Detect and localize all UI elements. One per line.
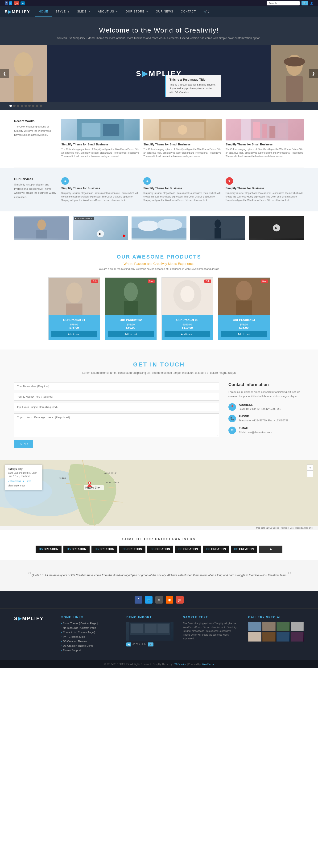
map-controls: + −: [307, 465, 313, 477]
contact-name-input[interactable]: [14, 382, 219, 390]
save-button[interactable]: ★ Save: [23, 480, 31, 483]
play-button[interactable]: ▶: [97, 230, 104, 237]
quote-open-mark: ": [27, 570, 31, 581]
footer-link-4[interactable]: PX - Creation Slide: [61, 635, 117, 639]
footer-gallery-item-8[interactable]: [291, 632, 304, 642]
partner-logo-6[interactable]: DS CREATION: [175, 546, 201, 553]
map-zoom-out[interactable]: −: [307, 471, 313, 477]
user-icon[interactable]: 👤: [310, 2, 313, 5]
map-zoom-in[interactable]: +: [307, 465, 313, 471]
twitter-icon[interactable]: t: [9, 1, 12, 5]
footer-mail-icon[interactable]: ✉: [155, 596, 163, 603]
wordpress-link[interactable]: WordPress: [202, 663, 214, 665]
partners-row: DS CREATION DS CREATION DS CREATION DS C…: [14, 546, 304, 553]
footer-twitter-icon[interactable]: 🐦: [145, 596, 153, 603]
services-text: Simplicity is super elegant and Professi…: [14, 183, 57, 199]
svg-rect-61: [157, 624, 169, 633]
hero-dot-9[interactable]: [40, 105, 42, 107]
partner-logo-4[interactable]: DS CREATION: [119, 546, 145, 553]
work-image-1: [61, 119, 139, 141]
contact-send-button[interactable]: SEND: [14, 440, 33, 448]
partner-logo-7[interactable]: DS CREATION: [203, 546, 229, 553]
footer-demo-volume[interactable]: 🔊: [148, 643, 154, 647]
add-to-cart-3[interactable]: Add to cart: [164, 331, 210, 337]
directions-button[interactable]: ↗ Directions: [8, 480, 21, 483]
hero-dot-4[interactable]: [21, 105, 23, 107]
contact-subject-input[interactable]: [14, 403, 219, 411]
play-button-2[interactable]: ▶: [273, 224, 280, 231]
service-title-2: Simplify Theme for Business: [143, 187, 222, 190]
linkedin-icon[interactable]: in: [21, 1, 25, 5]
footer-gallery-item-6[interactable]: [262, 632, 276, 642]
hero-dot-1[interactable]: [9, 105, 12, 107]
phone-label: PHONE: [239, 415, 288, 418]
hero-dot-3[interactable]: [17, 105, 19, 107]
hero-caption: This is a Test Image Title This is a Tes…: [165, 75, 221, 97]
gallery-item-3[interactable]: [131, 216, 187, 240]
nav-item-about[interactable]: ABOUT US ▼: [94, 7, 122, 17]
hero-dot-5[interactable]: [25, 105, 27, 107]
service-title-3: Simplify Theme for Business: [226, 187, 304, 190]
gallery-item-5[interactable]: ▶: [249, 216, 304, 240]
gallery-item-4[interactable]: [190, 216, 245, 240]
footer-link-1[interactable]: About Theme [ Custom Page ]: [61, 622, 117, 625]
facebook-icon[interactable]: f: [5, 1, 8, 5]
footer-link-6[interactable]: DS Creation Theme Demo: [61, 644, 117, 647]
googleplus-icon[interactable]: g+: [14, 1, 19, 5]
nav-item-slide[interactable]: SLIDE ▼: [73, 7, 94, 17]
footer-link-3[interactable]: Contact Us [ Custom Page ]: [61, 631, 117, 634]
hero-dot-7[interactable]: [32, 105, 34, 107]
hero-dot-6[interactable]: [28, 105, 31, 107]
footer-gallery-item-3[interactable]: [277, 622, 290, 631]
partner-logo-more[interactable]: ▶: [259, 546, 282, 553]
footer-sample-title: SAMPLE TEXT: [183, 616, 238, 619]
add-to-cart-2[interactable]: Add to cart: [108, 331, 154, 337]
footer-gallery-item-7[interactable]: [277, 632, 290, 642]
product-name-2: Our Product 02: [108, 318, 154, 322]
cart-icon[interactable]: 🛒 0: [200, 7, 213, 17]
footer-gallery-item-2[interactable]: [262, 622, 276, 631]
partner-logo-5[interactable]: DS CREATION: [147, 546, 173, 553]
contact-email-input[interactable]: [14, 393, 219, 401]
nav-item-news[interactable]: OUR NEWS: [152, 7, 177, 17]
search-input[interactable]: [266, 1, 299, 5]
footer-facebook-icon[interactable]: f: [135, 596, 142, 603]
footer-link-5[interactable]: DS Creation Themes: [61, 640, 117, 643]
svg-point-1: [14, 52, 33, 76]
footer-gallery-item-5[interactable]: [248, 632, 261, 642]
hero-arrow-right[interactable]: ❯: [309, 69, 318, 78]
nav-item-home[interactable]: HOME: [35, 7, 52, 17]
svg-point-56: [89, 482, 90, 484]
gallery-item-1[interactable]: [14, 216, 69, 240]
nav-item-style[interactable]: STYLE ▼: [52, 7, 73, 17]
hero-dot-2[interactable]: [13, 105, 15, 107]
footer-googleplus-icon[interactable]: g+: [176, 596, 184, 603]
partner-logo-1[interactable]: DS CREATION: [36, 546, 62, 553]
footer-link-2[interactable]: No Test Slide [ Custom Page ]: [61, 626, 117, 629]
gallery-item-2[interactable]: ▶ DS Travel Video 2... ▶ ▶: [73, 216, 128, 240]
hero-arrow-left[interactable]: ❮: [0, 69, 9, 78]
add-to-cart-1[interactable]: Add to cart: [52, 331, 97, 337]
partner-logo-2[interactable]: DS CREATION: [63, 546, 89, 553]
partner-logo-8[interactable]: DS CREATION: [231, 546, 257, 553]
partner-logo-3[interactable]: DS CREATION: [92, 546, 117, 553]
hero-dot-8[interactable]: [36, 105, 38, 107]
footer-rss-icon[interactable]: ◉: [166, 596, 173, 603]
map-container[interactable]: Pattaya City Pattaya City Ko Lan NONG PR…: [0, 460, 318, 526]
view-larger-map-link[interactable]: View larger map: [8, 484, 39, 487]
recent-works-text: The Color changing options of Simplify w…: [14, 125, 57, 137]
footer-gallery-item-1[interactable]: [248, 622, 261, 631]
work-title-2: Simplify Theme for Small Business: [143, 143, 222, 146]
footer-gallery-item-4[interactable]: [291, 622, 304, 631]
nav-item-contact[interactable]: CONTACT: [177, 7, 200, 17]
nav-item-store[interactable]: OUR STORE ▼: [122, 7, 152, 17]
footer-link-7[interactable]: Theme Support: [61, 649, 117, 652]
service-text-3: Simplicity is super elegant and Professi…: [226, 191, 304, 202]
footer-demo-prev[interactable]: ◀: [126, 643, 131, 647]
top-bar-right: 🔍 👤: [266, 1, 313, 5]
sale-badge-3: Sale: [204, 280, 211, 283]
search-icon[interactable]: 🔍: [301, 1, 308, 5]
add-to-cart-4[interactable]: Add to cart: [221, 331, 267, 337]
ds-creation-link[interactable]: DS Creation: [173, 663, 186, 665]
contact-message-input[interactable]: [14, 413, 219, 437]
